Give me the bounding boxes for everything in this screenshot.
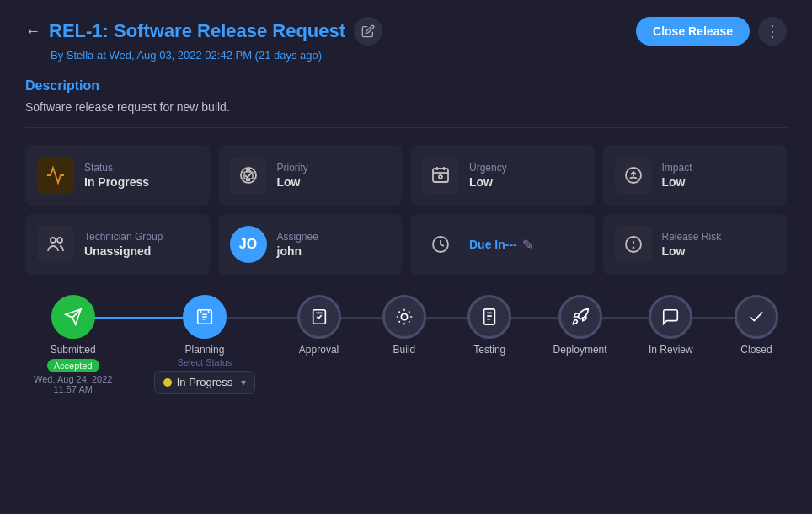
approval-icon: [310, 308, 329, 326]
accepted-badge: Accepted: [47, 359, 99, 372]
due-edit-icon[interactable]: ✎: [522, 237, 533, 253]
assignee-value: john: [277, 244, 318, 258]
deployment-icon: [571, 308, 590, 326]
release-risk-value: Low: [662, 244, 722, 258]
build-circle: [382, 295, 426, 339]
more-options-button[interactable]: ⋮: [758, 17, 787, 46]
urgency-card[interactable]: Urgency Low: [410, 145, 595, 206]
planning-icon: [195, 308, 214, 326]
subtitle: By Stella at Wed, Aug 03, 2022 02:42 PM …: [51, 49, 382, 62]
deployment-circle: [558, 295, 602, 339]
impact-card[interactable]: Impact Low: [603, 145, 788, 206]
svg-point-9: [57, 238, 62, 243]
svg-point-8: [51, 238, 56, 243]
status-value: In Progress: [84, 175, 149, 189]
planning-sub: Select Status: [178, 357, 232, 367]
edit-button[interactable]: [354, 17, 382, 46]
due-card-text: Due In--- ✎: [469, 237, 533, 253]
urgency-icon-container: [422, 157, 459, 194]
timeline-wrapper: Submitted Accepted Wed, Aug 24, 202211:5…: [34, 295, 778, 394]
impact-icon: [623, 165, 644, 185]
edit-icon: [361, 24, 375, 38]
description-heading: Description: [25, 78, 787, 94]
header-left: ← REL-1: Software Release Request By Ste…: [25, 17, 382, 62]
assignee-label: Assignee: [277, 231, 318, 243]
closed-circle: [735, 295, 778, 339]
submitted-circle: [51, 295, 95, 339]
status-dropdown[interactable]: In Progress ▾: [154, 371, 255, 394]
back-arrow[interactable]: ←: [25, 23, 40, 40]
urgency-value: Low: [469, 175, 507, 189]
status-icon: [45, 165, 66, 185]
due-icon-container: [422, 226, 459, 263]
due-row: Due In--- ✎: [469, 237, 533, 253]
priority-card-text: Priority Low: [277, 162, 308, 189]
status-card-text: Status In Progress: [84, 162, 149, 189]
info-grid-row1: Status In Progress Priority Low: [25, 145, 787, 206]
timeline-nodes: Submitted Accepted Wed, Aug 24, 202211:5…: [34, 295, 778, 394]
status-card[interactable]: Status In Progress: [25, 145, 210, 206]
inreview-label: In Review: [649, 344, 693, 356]
svg-rect-18: [484, 309, 495, 324]
testing-icon: [480, 308, 499, 326]
timeline-node-build[interactable]: Build: [382, 295, 426, 356]
closed-icon: [747, 308, 766, 326]
description-section: Description Software release request for…: [25, 78, 787, 114]
impact-value: Low: [662, 175, 692, 189]
timeline-node-deployment[interactable]: Deployment: [553, 295, 607, 356]
close-release-button[interactable]: Close Release: [636, 17, 750, 46]
priority-card[interactable]: Priority Low: [218, 145, 403, 206]
dropdown-arrow-icon: ▾: [241, 377, 246, 388]
inreview-icon: [661, 308, 680, 326]
due-value: Due In---: [469, 238, 517, 251]
status-icon-container: [37, 157, 74, 194]
main-container: ← REL-1: Software Release Request By Ste…: [0, 0, 812, 514]
description-text: Software release request for new build.: [25, 100, 787, 114]
status-label: Status: [84, 162, 149, 174]
header: ← REL-1: Software Release Request By Ste…: [25, 17, 787, 62]
svg-point-17: [401, 313, 407, 319]
technician-icon-container: [37, 226, 74, 263]
divider: [25, 127, 787, 128]
testing-circle: [467, 295, 511, 339]
technician-label: Technician Group: [84, 231, 163, 243]
deployment-label: Deployment: [553, 344, 607, 356]
assignee-card[interactable]: JO Assignee john: [218, 214, 403, 275]
technician-value: Unassigned: [84, 244, 163, 258]
page-title: REL-1: Software Release Request: [49, 20, 345, 42]
timeline-node-testing[interactable]: Testing: [467, 295, 511, 356]
timeline-node-inreview[interactable]: In Review: [649, 295, 693, 356]
release-risk-card[interactable]: Release Risk Low: [603, 214, 788, 275]
status-select-row: In Progress ▾: [154, 371, 255, 394]
impact-icon-container: [615, 157, 652, 194]
planning-circle: [183, 295, 227, 339]
priority-icon-container: [230, 157, 267, 194]
timeline-node-closed[interactable]: Closed: [735, 295, 778, 356]
due-card[interactable]: Due In--- ✎: [410, 214, 595, 275]
build-icon: [395, 308, 414, 326]
build-label: Build: [393, 344, 416, 356]
approval-label: Approval: [299, 344, 339, 356]
status-dropdown-label: In Progress: [177, 376, 232, 388]
release-risk-card-text: Release Risk Low: [662, 231, 722, 258]
submitted-label: Submitted: [51, 344, 96, 356]
status-dot: [163, 378, 172, 387]
timeline-node-planning[interactable]: Planning Select Status In Progress ▾: [154, 295, 255, 394]
technician-icon: [45, 234, 66, 254]
testing-label: Testing: [473, 344, 505, 356]
urgency-label: Urgency: [469, 162, 507, 174]
header-right: Close Release ⋮: [636, 17, 787, 46]
inreview-circle: [649, 295, 692, 339]
timeline-node-approval[interactable]: Approval: [297, 295, 341, 356]
svg-point-13: [633, 248, 633, 249]
more-icon: ⋮: [765, 22, 780, 40]
priority-value: Low: [277, 175, 308, 189]
header-title-row: ← REL-1: Software Release Request: [25, 17, 382, 46]
submitted-icon: [64, 308, 83, 326]
alert-circle-icon: [623, 234, 644, 254]
urgency-card-text: Urgency Low: [469, 162, 507, 189]
subtitle-rest: at Wed, Aug 03, 2022 02:42 PM (21 days a…: [97, 49, 322, 62]
technician-group-card[interactable]: Technician Group Unassigned: [25, 214, 210, 275]
info-grid-row2: Technician Group Unassigned JO Assignee …: [25, 214, 787, 275]
timeline-node-submitted[interactable]: Submitted Accepted Wed, Aug 24, 202211:5…: [34, 295, 112, 394]
